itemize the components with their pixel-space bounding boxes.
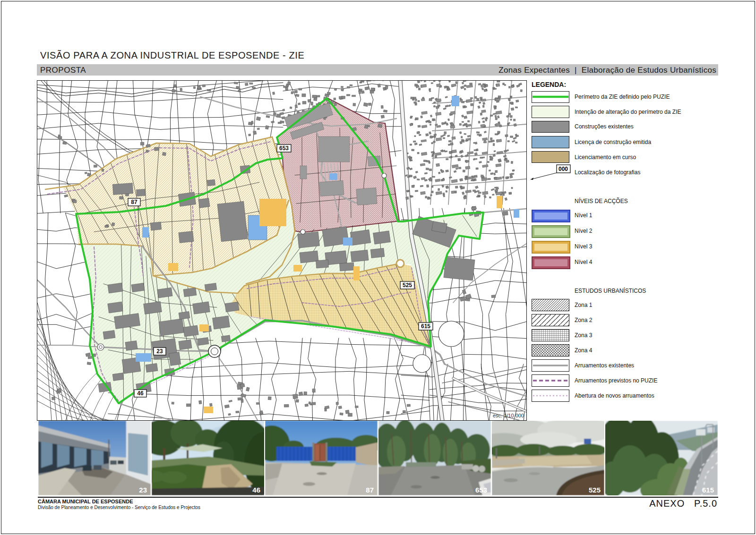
svg-text:653: 653 xyxy=(475,486,487,494)
svg-text:87: 87 xyxy=(131,199,137,205)
svg-text:525: 525 xyxy=(403,282,412,289)
svg-text:87: 87 xyxy=(366,486,374,494)
svg-text:615: 615 xyxy=(421,323,430,330)
svg-text:23: 23 xyxy=(139,486,147,494)
svg-text:esc. 1/10 000: esc. 1/10 000 xyxy=(493,413,524,418)
svg-text:525: 525 xyxy=(589,486,601,494)
svg-text:46: 46 xyxy=(252,486,260,494)
svg-text:653: 653 xyxy=(279,145,289,152)
svg-text:23: 23 xyxy=(156,348,163,355)
svg-text:46: 46 xyxy=(137,390,144,397)
svg-text:000: 000 xyxy=(558,166,568,172)
svg-text:615: 615 xyxy=(702,486,714,494)
